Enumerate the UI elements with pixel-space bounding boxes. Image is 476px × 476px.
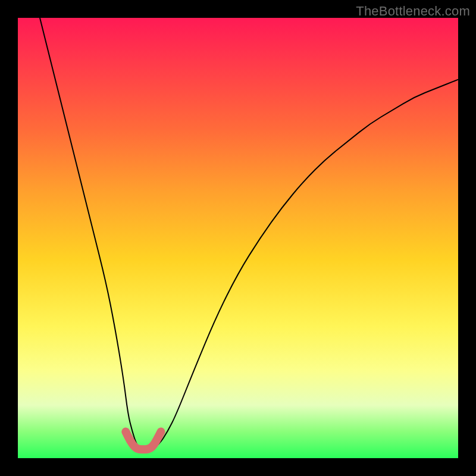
chart-frame: TheBottleneck.com [0, 0, 476, 476]
curve-layer [18, 18, 458, 458]
watermark-text: TheBottleneck.com [356, 4, 470, 19]
plot-area [18, 18, 458, 458]
optimal-segment [126, 432, 161, 450]
bottleneck-curve [40, 18, 458, 449]
